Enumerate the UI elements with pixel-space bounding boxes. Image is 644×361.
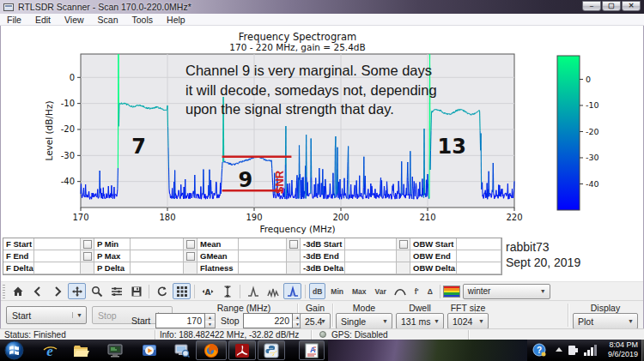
spectrum-chart[interactable]: Frequency Spectrogram170 - 220 MHz, gain… (1, 26, 643, 238)
toolbar-separator (240, 285, 240, 298)
minimize-button[interactable]: – (582, 1, 601, 11)
measure-checkbox-cell[interactable] (287, 238, 301, 250)
grid-button[interactable] (173, 283, 191, 299)
mode-select[interactable]: Single▼ (336, 313, 392, 329)
watermark-date: Sept 20, 2019 (506, 255, 580, 270)
titlebar[interactable]: RTLSDR Scanner - Scan 170.0-220.0MHz* –▢… (0, 0, 644, 14)
back-button[interactable] (28, 283, 46, 299)
gps-text: GPS: Disabled (331, 330, 388, 340)
menu-edit[interactable]: Edit (28, 15, 58, 25)
note-line: it will decode, somedays not, depending (185, 82, 437, 98)
measure-checkbox-cell[interactable] (397, 238, 410, 250)
measure-value (345, 262, 397, 274)
measure-label: F Delta (3, 262, 34, 274)
colorbar-tick-label: -30 (586, 153, 599, 162)
pan-button[interactable] (68, 283, 86, 299)
autorange-icon: A (202, 286, 214, 298)
refresh-button[interactable] (153, 283, 171, 299)
y-tick-label: -10 (61, 99, 75, 108)
measure-label: -3dB Delta (301, 262, 345, 274)
toolbar-separator (194, 285, 195, 298)
checkbox[interactable] (289, 240, 298, 249)
peak-detect-button[interactable] (283, 283, 301, 299)
home-button[interactable] (9, 283, 27, 299)
min-toggle-button[interactable]: Min (327, 283, 347, 299)
sliders-icon (111, 286, 123, 298)
menu-tools[interactable]: Tools (125, 15, 161, 25)
checkbox[interactable] (186, 252, 195, 261)
checkbox[interactable] (83, 240, 92, 249)
menu-help[interactable]: Help (160, 15, 192, 25)
display-select[interactable]: Plot▼ (573, 313, 638, 329)
taskbar-internet-explorer-button[interactable]: e (38, 340, 62, 360)
scan-controls: Start ▼ Stop ▼ Range (MHz) Start 170 ▲▼ … (1, 300, 643, 328)
forward-button[interactable] (48, 283, 66, 299)
taskbar-python-app-button[interactable] (258, 340, 285, 360)
fft-select[interactable]: 1024▼ (447, 313, 489, 329)
scan-start-button[interactable]: Start ▼ (6, 306, 87, 324)
measure-checkbox-cell[interactable] (184, 238, 197, 250)
range-caption: Range (MHz) (188, 303, 300, 313)
smooth-button[interactable] (392, 283, 410, 299)
taskbar-adobe-reader-button[interactable] (228, 340, 256, 360)
dwell-select[interactable]: 131 ms▼ (396, 313, 444, 329)
chevron-down-icon[interactable]: ▼ (72, 312, 86, 318)
spinner[interactable]: ▲▼ (205, 313, 216, 328)
measure-checkbox-cell[interactable] (81, 238, 94, 250)
menu-view[interactable]: View (58, 15, 91, 25)
subplots-button[interactable] (107, 283, 125, 299)
autorange-button[interactable]: A (198, 283, 216, 299)
var-toggle-button[interactable]: Var (372, 283, 390, 299)
menu-scan[interactable]: Scan (91, 15, 125, 25)
measure-label: -3dB End (301, 250, 345, 262)
checkbox[interactable] (83, 252, 92, 261)
maximize-button[interactable]: ▢ (602, 1, 621, 11)
taskbar-file-explorer-button[interactable] (69, 340, 93, 360)
colormap-select[interactable]: winter▼ (463, 284, 550, 299)
range-start-input[interactable]: 170 ▲▼ (155, 313, 216, 328)
zoom-button[interactable] (88, 283, 106, 299)
gain-select[interactable]: 25.4▼ (300, 313, 331, 329)
checkbox[interactable] (399, 240, 408, 249)
network-signal-icon[interactable] (584, 345, 597, 356)
start-button[interactable] (2, 340, 26, 360)
taskbar-text-editor-button[interactable]: A (299, 340, 325, 360)
autofit-vertical-button[interactable] (218, 283, 236, 299)
clock[interactable]: 8:04 PM 9/6/2019 (608, 340, 638, 359)
colormap-swatch-icon[interactable] (443, 286, 460, 298)
taskbar-media-player-button[interactable] (137, 340, 161, 360)
range-stop-input[interactable]: 220 ▲▼ (243, 313, 303, 328)
taskbar-computer-search-button[interactable] (170, 340, 194, 360)
close-button[interactable]: ✕ (622, 1, 641, 11)
taskbar-firefox-button[interactable] (196, 340, 227, 360)
delta-button[interactable]: Δ (424, 283, 436, 299)
measure-value (34, 262, 81, 274)
derivative-button[interactable]: f' (411, 283, 422, 299)
app-icon (3, 3, 14, 11)
toolbar-grip[interactable] (3, 285, 5, 298)
measure-checkbox-cell[interactable] (81, 250, 94, 262)
power-plug-icon[interactable] (568, 346, 578, 355)
window-controls: –▢✕ (581, 1, 641, 11)
tray-expand-icon[interactable] (556, 347, 562, 352)
menu-file[interactable]: File (0, 15, 28, 25)
y-tick-label: -30 (61, 151, 75, 160)
db-toggle-button[interactable]: dB (309, 283, 325, 299)
measure-value (34, 238, 81, 250)
measure-label: P Min (94, 238, 131, 250)
home-icon (12, 286, 24, 298)
save-button[interactable] (127, 283, 145, 299)
taskbar-console-monitor-button[interactable] (103, 340, 127, 360)
magnifier-icon (91, 286, 103, 298)
arrow-left-icon (32, 286, 44, 298)
checkbox[interactable] (186, 240, 195, 249)
measurement-table: F StartP MinMean-3dB StartOBW StartF End… (3, 238, 502, 275)
clock-time: 8:04 PM (608, 340, 638, 350)
toolbar-separator (440, 285, 440, 298)
peak-marker-button[interactable] (244, 283, 262, 299)
measure-value (457, 238, 501, 250)
computer-search-icon (173, 342, 191, 359)
max-toggle-button[interactable]: Max (349, 283, 370, 299)
multi-peak-button[interactable] (264, 283, 282, 299)
measure-checkbox-cell[interactable] (184, 250, 197, 262)
